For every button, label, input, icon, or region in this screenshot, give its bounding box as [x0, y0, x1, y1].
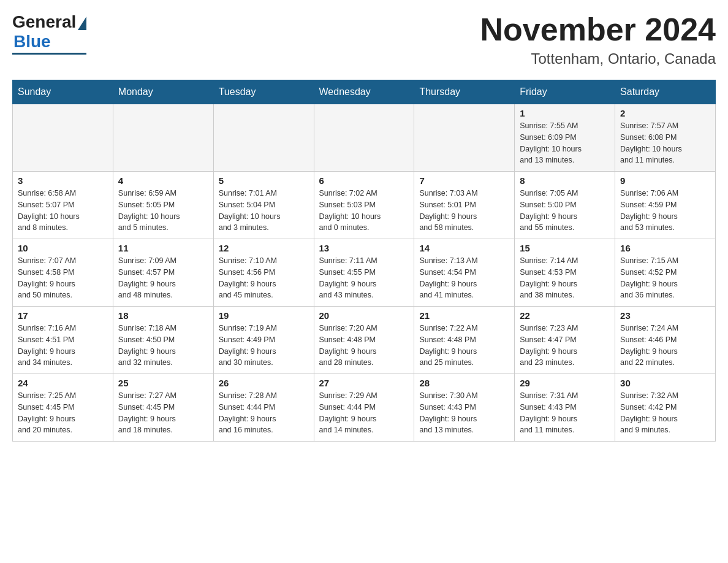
calendar-cell: 18Sunrise: 7:18 AM Sunset: 4:50 PM Dayli… [113, 307, 213, 374]
day-info: Sunrise: 7:19 AM Sunset: 4:49 PM Dayligh… [219, 323, 309, 369]
calendar-cell: 8Sunrise: 7:05 AM Sunset: 5:00 PM Daylig… [515, 172, 615, 239]
day-number: 11 [118, 243, 208, 253]
day-number: 20 [319, 310, 409, 321]
logo-underline [12, 53, 86, 55]
day-number: 30 [620, 378, 710, 388]
calendar-cell: 24Sunrise: 7:25 AM Sunset: 4:45 PM Dayli… [13, 374, 113, 442]
day-number: 27 [319, 378, 409, 388]
calendar-cell: 6Sunrise: 7:02 AM Sunset: 5:03 PM Daylig… [314, 172, 414, 239]
day-info: Sunrise: 7:27 AM Sunset: 4:45 PM Dayligh… [118, 390, 208, 436]
calendar-cell [213, 104, 314, 172]
calendar-cell: 13Sunrise: 7:11 AM Sunset: 4:55 PM Dayli… [314, 239, 414, 307]
calendar-week-2: 3Sunrise: 6:58 AM Sunset: 5:07 PM Daylig… [13, 172, 716, 239]
day-info: Sunrise: 7:15 AM Sunset: 4:52 PM Dayligh… [620, 255, 710, 301]
day-info: Sunrise: 7:55 AM Sunset: 6:09 PM Dayligh… [520, 120, 610, 166]
day-number: 19 [219, 310, 309, 321]
weekday-header-monday: Monday [113, 80, 213, 104]
day-info: Sunrise: 7:11 AM Sunset: 4:55 PM Dayligh… [319, 255, 409, 301]
day-number: 1 [520, 108, 610, 118]
day-number: 9 [620, 175, 710, 186]
day-info: Sunrise: 7:29 AM Sunset: 4:44 PM Dayligh… [319, 390, 409, 436]
calendar-cell: 29Sunrise: 7:31 AM Sunset: 4:43 PM Dayli… [515, 374, 615, 442]
calendar-cell: 1Sunrise: 7:55 AM Sunset: 6:09 PM Daylig… [515, 104, 615, 172]
day-info: Sunrise: 7:14 AM Sunset: 4:53 PM Dayligh… [520, 255, 610, 301]
day-info: Sunrise: 7:32 AM Sunset: 4:42 PM Dayligh… [620, 390, 710, 436]
calendar-cell: 27Sunrise: 7:29 AM Sunset: 4:44 PM Dayli… [314, 374, 414, 442]
day-number: 21 [419, 310, 509, 321]
day-info: Sunrise: 7:05 AM Sunset: 5:00 PM Dayligh… [520, 188, 610, 234]
day-number: 16 [620, 243, 710, 253]
calendar-cell: 20Sunrise: 7:20 AM Sunset: 4:48 PM Dayli… [314, 307, 414, 374]
day-info: Sunrise: 7:30 AM Sunset: 4:43 PM Dayligh… [419, 390, 509, 436]
calendar-cell [13, 104, 113, 172]
day-number: 12 [219, 243, 309, 253]
day-info: Sunrise: 7:07 AM Sunset: 4:58 PM Dayligh… [18, 255, 108, 301]
calendar-week-1: 1Sunrise: 7:55 AM Sunset: 6:09 PM Daylig… [13, 104, 716, 172]
day-info: Sunrise: 6:58 AM Sunset: 5:07 PM Dayligh… [18, 188, 108, 234]
weekday-header-thursday: Thursday [414, 80, 515, 104]
day-info: Sunrise: 7:57 AM Sunset: 6:08 PM Dayligh… [620, 120, 710, 166]
day-number: 22 [520, 310, 610, 321]
calendar-cell: 11Sunrise: 7:09 AM Sunset: 4:57 PM Dayli… [113, 239, 213, 307]
day-number: 18 [118, 310, 208, 321]
calendar-cell: 5Sunrise: 7:01 AM Sunset: 5:04 PM Daylig… [213, 172, 314, 239]
day-number: 3 [18, 175, 108, 186]
day-number: 29 [520, 378, 610, 388]
calendar-cell: 15Sunrise: 7:14 AM Sunset: 4:53 PM Dayli… [515, 239, 615, 307]
day-number: 26 [219, 378, 309, 388]
weekday-header-friday: Friday [515, 80, 615, 104]
calendar-cell: 7Sunrise: 7:03 AM Sunset: 5:01 PM Daylig… [414, 172, 515, 239]
day-number: 13 [319, 243, 409, 253]
calendar-cell: 19Sunrise: 7:19 AM Sunset: 4:49 PM Dayli… [213, 307, 314, 374]
calendar-table: SundayMondayTuesdayWednesdayThursdayFrid… [12, 80, 716, 442]
weekday-header-wednesday: Wednesday [314, 80, 414, 104]
day-number: 7 [419, 175, 509, 186]
day-info: Sunrise: 7:31 AM Sunset: 4:43 PM Dayligh… [520, 390, 610, 436]
day-number: 6 [319, 175, 409, 186]
logo-blue-text: Blue [13, 32, 51, 52]
page-header: General Blue November 2024 Tottenham, On… [12, 12, 716, 67]
day-info: Sunrise: 7:28 AM Sunset: 4:44 PM Dayligh… [219, 390, 309, 436]
day-info: Sunrise: 6:59 AM Sunset: 5:05 PM Dayligh… [118, 188, 208, 234]
day-number: 8 [520, 175, 610, 186]
day-info: Sunrise: 7:20 AM Sunset: 4:48 PM Dayligh… [319, 323, 409, 369]
location-title: Tottenham, Ontario, Canada [480, 50, 716, 67]
calendar-week-3: 10Sunrise: 7:07 AM Sunset: 4:58 PM Dayli… [13, 239, 716, 307]
day-info: Sunrise: 7:25 AM Sunset: 4:45 PM Dayligh… [18, 390, 108, 436]
calendar-cell: 23Sunrise: 7:24 AM Sunset: 4:46 PM Dayli… [615, 307, 716, 374]
logo-triangle-icon [78, 17, 86, 30]
day-number: 5 [219, 175, 309, 186]
calendar-cell: 2Sunrise: 7:57 AM Sunset: 6:08 PM Daylig… [615, 104, 716, 172]
day-number: 23 [620, 310, 710, 321]
weekday-header-tuesday: Tuesday [213, 80, 314, 104]
day-number: 17 [18, 310, 108, 321]
calendar-cell: 9Sunrise: 7:06 AM Sunset: 4:59 PM Daylig… [615, 172, 716, 239]
calendar-cell: 16Sunrise: 7:15 AM Sunset: 4:52 PM Dayli… [615, 239, 716, 307]
calendar-cell: 26Sunrise: 7:28 AM Sunset: 4:44 PM Dayli… [213, 374, 314, 442]
day-number: 15 [520, 243, 610, 253]
calendar-cell [414, 104, 515, 172]
calendar-week-4: 17Sunrise: 7:16 AM Sunset: 4:51 PM Dayli… [13, 307, 716, 374]
calendar-cell: 10Sunrise: 7:07 AM Sunset: 4:58 PM Dayli… [13, 239, 113, 307]
day-number: 24 [18, 378, 108, 388]
calendar-cell: 17Sunrise: 7:16 AM Sunset: 4:51 PM Dayli… [13, 307, 113, 374]
day-info: Sunrise: 7:09 AM Sunset: 4:57 PM Dayligh… [118, 255, 208, 301]
day-number: 25 [118, 378, 208, 388]
calendar-cell: 22Sunrise: 7:23 AM Sunset: 4:47 PM Dayli… [515, 307, 615, 374]
calendar-cell [113, 104, 213, 172]
weekday-header-sunday: Sunday [13, 80, 113, 104]
calendar-cell: 3Sunrise: 6:58 AM Sunset: 5:07 PM Daylig… [13, 172, 113, 239]
month-title: November 2024 [480, 12, 716, 47]
day-info: Sunrise: 7:02 AM Sunset: 5:03 PM Dayligh… [319, 188, 409, 234]
day-info: Sunrise: 7:16 AM Sunset: 4:51 PM Dayligh… [18, 323, 108, 369]
weekday-header-saturday: Saturday [615, 80, 716, 104]
day-info: Sunrise: 7:22 AM Sunset: 4:48 PM Dayligh… [419, 323, 509, 369]
day-info: Sunrise: 7:10 AM Sunset: 4:56 PM Dayligh… [219, 255, 309, 301]
title-area: November 2024 Tottenham, Ontario, Canada [480, 12, 716, 67]
day-info: Sunrise: 7:03 AM Sunset: 5:01 PM Dayligh… [419, 188, 509, 234]
day-number: 14 [419, 243, 509, 253]
calendar-cell: 4Sunrise: 6:59 AM Sunset: 5:05 PM Daylig… [113, 172, 213, 239]
calendar-cell: 28Sunrise: 7:30 AM Sunset: 4:43 PM Dayli… [414, 374, 515, 442]
calendar-cell: 14Sunrise: 7:13 AM Sunset: 4:54 PM Dayli… [414, 239, 515, 307]
day-info: Sunrise: 7:01 AM Sunset: 5:04 PM Dayligh… [219, 188, 309, 234]
